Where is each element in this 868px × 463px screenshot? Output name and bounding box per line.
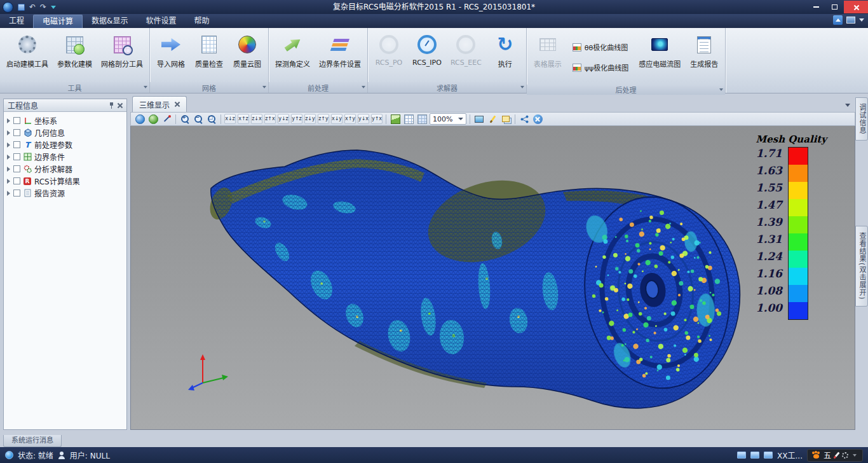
checkbox[interactable] <box>13 190 20 197</box>
debug-info-tab[interactable]: 调试信息 <box>855 97 868 141</box>
zoom-in-icon[interactable]: + <box>179 113 191 125</box>
checkbox[interactable] <box>13 141 20 148</box>
group-dialog-launcher-icon[interactable] <box>362 86 365 88</box>
view-axis-button[interactable]: x↑y <box>344 114 356 124</box>
ime-settings-icon[interactable] <box>842 452 848 459</box>
undo-icon[interactable]: ↶ <box>29 0 36 14</box>
window-preview-icon[interactable] <box>750 452 759 459</box>
expander-icon[interactable] <box>7 191 10 196</box>
tree-item-analysis-solver[interactable]: 分析求解器 <box>5 163 125 175</box>
tabstrip-menu-icon[interactable] <box>845 104 850 107</box>
expander-icon[interactable] <box>7 142 10 148</box>
menu-tab-help[interactable]: 帮助 <box>185 15 218 28</box>
zoom-level-select[interactable]: 100% <box>430 113 466 125</box>
view-axis-button[interactable]: z↓x <box>251 114 262 124</box>
expander-icon[interactable] <box>7 179 10 184</box>
chevron-down-icon[interactable] <box>853 454 857 457</box>
tree-item-report-resources[interactable]: 报告资源 <box>5 187 125 199</box>
ribbon-button-boundary-condition-settings[interactable]: 边界条件设置 <box>315 30 365 70</box>
quick-access-dropdown-icon[interactable] <box>51 6 56 9</box>
view-axis-button[interactable]: y↓z <box>278 114 289 124</box>
tab-close-icon[interactable] <box>175 102 180 107</box>
checkbox[interactable] <box>13 153 20 160</box>
share-view-icon[interactable] <box>519 113 530 125</box>
checkbox[interactable] <box>13 117 20 124</box>
menu-tab-settings[interactable]: 软件设置 <box>137 15 185 28</box>
checkbox[interactable] <box>13 165 20 172</box>
pin-icon[interactable] <box>109 102 114 109</box>
menu-tab-em-compute[interactable]: 电磁计算 <box>33 15 83 28</box>
checkbox[interactable] <box>13 129 20 136</box>
zoom-out-icon[interactable]: − <box>193 113 204 125</box>
view-axis-button[interactable]: y↓x <box>358 114 369 124</box>
ribbon-button-generate-report[interactable]: 生成报告 <box>686 30 722 70</box>
maximize-button[interactable] <box>825 1 844 13</box>
menu-tab-project[interactable]: 工程 <box>0 15 33 28</box>
expander-icon[interactable] <box>7 118 10 123</box>
viewport-3d[interactable]: Mesh Quality 1.71 1.63 1.55 1.47 1.39 1.… <box>130 126 855 430</box>
view-cube-icon[interactable] <box>390 113 401 125</box>
copy-view-icon[interactable] <box>500 113 512 125</box>
menu-tab-data-display[interactable]: 数据&显示 <box>83 15 137 28</box>
ribbon-button-execute[interactable]: 执行 <box>487 30 524 70</box>
ime-toolbar[interactable]: 五 <box>807 449 863 462</box>
group-dialog-launcher-icon[interactable] <box>144 86 147 88</box>
ribbon-button-induced-current-map[interactable]: 感应电磁流图 <box>635 30 684 70</box>
save-icon[interactable] <box>18 4 25 11</box>
group-dialog-launcher-icon[interactable] <box>719 88 723 91</box>
ribbon-collapse-icon[interactable] <box>833 15 843 25</box>
ribbon-button-mesh-partition-tool[interactable]: 网格剖分工具 <box>97 30 147 70</box>
ime-logo-icon[interactable] <box>813 454 819 459</box>
sphere-grid-icon <box>66 36 83 53</box>
view-results-tab[interactable]: 查看结果(双击展开) <box>855 226 868 307</box>
rotate-mode-icon[interactable] <box>147 113 159 125</box>
group-dialog-launcher-icon[interactable] <box>520 86 524 88</box>
ribbon-button-quality-check[interactable]: 质量检查 <box>191 30 227 70</box>
view-axis-button[interactable]: x↓z <box>224 114 236 124</box>
ribbon-button-import-mesh[interactable]: 导入网格 <box>153 30 189 70</box>
tree-item-geometry-info[interactable]: 几何信息 <box>5 127 125 139</box>
minimize-button[interactable] <box>807 1 825 13</box>
axis-edit-icon[interactable] <box>161 113 172 125</box>
annotate-pen-icon[interactable] <box>487 113 498 125</box>
view-axis-button[interactable]: y↑z <box>291 114 302 124</box>
checkbox[interactable] <box>13 177 20 184</box>
view-axis-button[interactable]: z↑y <box>318 114 329 124</box>
tree-item-coordinate-system[interactable]: 坐标系 <box>5 114 125 127</box>
orbit-icon[interactable] <box>134 113 146 125</box>
ribbon-button-probe-angle-define[interactable]: 探测角定义 <box>271 30 314 70</box>
ribbon-button-quality-cloud-map[interactable]: 质量云图 <box>229 30 266 70</box>
zoom-window-icon[interactable]: □ <box>206 113 217 125</box>
view-axis-button[interactable]: z↓y <box>304 114 316 124</box>
tree-item-preprocess-params[interactable]: T 前处理参数 <box>5 139 125 151</box>
tree-item-boundary-condition[interactable]: 边界条件 <box>5 151 125 163</box>
ribbon-button-rcs-ipo[interactable]: RCS_IPO <box>409 30 445 68</box>
panel-close-icon[interactable] <box>118 103 123 108</box>
ribbon-button-psi-polar-curve[interactable]: ψψ极化曲线图 <box>569 60 633 74</box>
window-layout-icon[interactable] <box>846 17 855 24</box>
view-axis-button[interactable]: z↑x <box>264 114 276 124</box>
view-axis-button[interactable]: x↑z <box>238 114 249 124</box>
tab-3d-display[interactable]: 三维显示 <box>132 96 187 112</box>
view-axis-button[interactable]: x↓y <box>331 114 342 124</box>
menu-overflow-icon[interactable] <box>859 18 864 22</box>
ribbon-button-theta-polar-curve[interactable]: θθ极化曲线图 <box>569 40 633 54</box>
system-message-tab[interactable]: 系统运行消息 <box>3 435 62 447</box>
view-axis-button[interactable]: y↑x <box>371 114 383 124</box>
window-preview-icon[interactable] <box>737 452 746 459</box>
grid-toggle-icon[interactable] <box>403 113 414 125</box>
group-dialog-launcher-icon[interactable] <box>262 86 266 88</box>
ribbon-button-launch-modeling-tool[interactable]: 启动建模工具 <box>3 30 52 70</box>
expander-icon[interactable] <box>7 155 10 160</box>
ime-brush-icon[interactable] <box>833 452 839 459</box>
window-preview-icon[interactable] <box>764 452 773 459</box>
close-button[interactable] <box>844 1 868 13</box>
close-view-icon[interactable] <box>532 113 543 125</box>
wireframe-toggle-icon[interactable] <box>416 113 428 125</box>
render-mode-icon[interactable] <box>473 113 485 125</box>
expander-icon[interactable] <box>7 130 10 135</box>
redo-icon[interactable]: ↷ <box>40 0 46 14</box>
ribbon-button-parametric-modeling[interactable]: 参数化建模 <box>53 30 96 70</box>
expander-icon[interactable] <box>7 167 10 172</box>
tree-item-rcs-results[interactable]: R RCS计算结果 <box>5 175 125 187</box>
